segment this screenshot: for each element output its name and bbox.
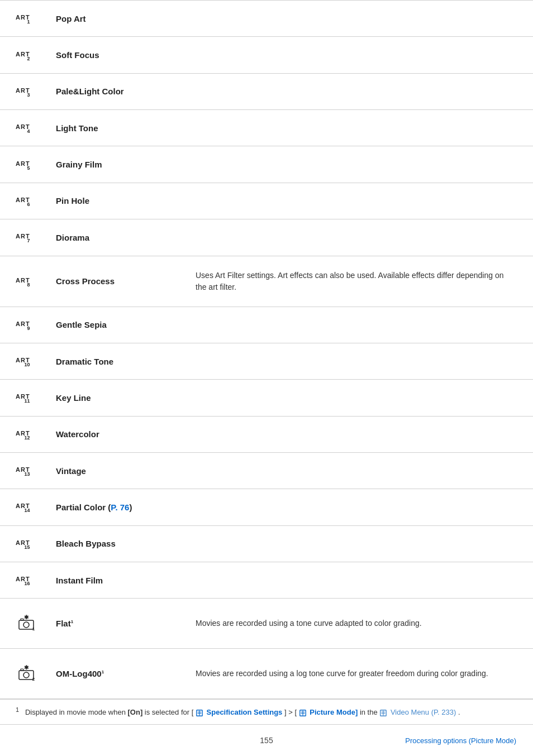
art-icon: ART 16	[16, 576, 30, 586]
art-icon: ART 2	[16, 51, 30, 61]
art-icon-cell: ART 4	[0, 110, 50, 146]
art-label: Diorama	[56, 233, 89, 242]
art-label: Partial Color (P. 76)	[56, 503, 132, 512]
art-label: Grainy Film	[56, 160, 102, 169]
art-desc-cell	[184, 73, 533, 109]
movie-sup: 1	[102, 669, 104, 674]
picture-mode-icon	[299, 709, 307, 717]
movie-sup: 1	[71, 619, 73, 624]
page-section-title: Processing options (Picture Mode)	[405, 736, 516, 745]
art-icon: ART 1	[16, 15, 30, 25]
art-num: 1	[27, 20, 30, 25]
art-icon: ART 11	[16, 394, 30, 404]
art-label: Bleach Bypass	[56, 539, 116, 548]
art-label-cell: Instant Film	[50, 562, 184, 599]
art-desc-cell	[184, 1, 533, 37]
table-row: ART 5 Grainy Film	[0, 146, 533, 183]
art-icon-cell: ART 7	[0, 219, 50, 256]
footnote-text-in: in the	[360, 708, 379, 716]
art-desc-cell	[184, 562, 533, 599]
art-icon-cell: ART 15	[0, 525, 50, 562]
partial-color-link[interactable]: P. 76	[111, 503, 129, 512]
art-desc-cell	[184, 110, 533, 146]
art-label-cell: Dramatic Tone	[50, 343, 184, 379]
footnote-number: 1	[16, 706, 19, 713]
spec-settings-icon	[196, 709, 203, 717]
footnote-picture-mode-link[interactable]: Picture Mode]	[310, 708, 358, 716]
art-num: 4	[27, 129, 30, 134]
art-label: Pale&Light Color	[56, 87, 124, 96]
art-icon-cell: ART 10	[0, 343, 50, 379]
footnote-video-menu-link[interactable]: Video Menu (P. 233)	[391, 708, 456, 716]
art-icon-cell: ART 2	[0, 37, 50, 73]
movie-table-row: ✱ 2 OM-Log4001Movies are recorded using …	[0, 649, 533, 699]
movie-desc-cell: Movies are recorded using a tone curve a…	[184, 599, 533, 649]
footer-right: Processing options (Picture Mode)	[350, 736, 516, 745]
art-desc-cell	[184, 380, 533, 416]
art-num: 2	[27, 56, 30, 61]
table-row: ART 6 Pin Hole	[0, 183, 533, 219]
art-icon-cell: ART 8	[0, 256, 50, 307]
art-desc-cell	[184, 37, 533, 73]
art-desc-cell	[184, 452, 533, 489]
art-icon-cell: ART 5	[0, 146, 50, 183]
svg-text:1: 1	[32, 626, 35, 631]
main-table: ART 1 Pop Art ART 2 Soft Focus ART 3 Pal…	[0, 0, 533, 699]
art-label-cell: Bleach Bypass	[50, 525, 184, 562]
svg-text:✱: ✱	[24, 664, 29, 671]
movie-table-row: ✱ 1 Flat1Movies are recorded using a ton…	[0, 599, 533, 649]
footnote-spec-settings-link[interactable]: Specification Settings	[207, 708, 283, 716]
art-icon-cell: ART 1	[0, 1, 50, 37]
art-label: Instant Film	[56, 576, 103, 585]
art-icon: ART 8	[16, 277, 30, 288]
art-num: 10	[25, 362, 30, 367]
art-label-cell: Soft Focus	[50, 37, 184, 73]
art-desc-cell	[184, 183, 533, 219]
table-row: ART 16 Instant Film	[0, 562, 533, 599]
svg-rect-8	[21, 669, 23, 671]
art-icon-cell: ART 9	[0, 307, 50, 343]
art-num: 15	[25, 545, 30, 550]
table-row: ART 2 Soft Focus	[0, 37, 533, 73]
art-icon-cell: ART 11	[0, 380, 50, 416]
art-icon: ART 10	[16, 357, 30, 367]
art-label: Light Tone	[56, 123, 98, 133]
table-row: ART 11 Key Line	[0, 380, 533, 416]
footnote-text-start: Displayed in movie mode when	[25, 708, 128, 716]
table-row: ART 3 Pale&Light Color	[0, 73, 533, 109]
art-label-cell: Partial Color (P. 76)	[50, 489, 184, 525]
movie-icon-cell: ✱ 2	[0, 649, 50, 699]
art-label-cell: Vintage	[50, 452, 184, 489]
svg-point-2	[23, 622, 29, 628]
art-label-cell: Cross Process	[50, 256, 184, 307]
art-num: 14	[25, 508, 30, 513]
art-desc-cell	[184, 525, 533, 562]
art-label-cell: Watercolor	[50, 416, 184, 452]
table-row: ART 4 Light Tone	[0, 110, 533, 146]
footnote-section: 1 Displayed in movie mode when [On] is s…	[0, 699, 533, 724]
art-num: 6	[27, 202, 30, 207]
table-row: ART 1 Pop Art	[0, 1, 533, 37]
art-icon-cell: ART 3	[0, 73, 50, 109]
table-row: ART 12 Watercolor	[0, 416, 533, 452]
flat-movie-icon: ✱ 1	[16, 612, 37, 633]
art-icon-cell: ART 14	[0, 489, 50, 525]
art-label-cell: Pop Art	[50, 1, 184, 37]
svg-text:✱: ✱	[24, 614, 29, 620]
movie-label: OM-Log4001	[56, 669, 104, 678]
art-num: 5	[27, 166, 30, 171]
art-desc-cell	[184, 219, 533, 256]
art-icon: ART 13	[16, 467, 30, 477]
art-label: Key Line	[56, 393, 91, 403]
art-num: 3	[27, 93, 30, 98]
art-label-cell: Key Line	[50, 380, 184, 416]
video-menu-icon	[379, 709, 387, 717]
svg-rect-3	[21, 619, 23, 620]
page-container: ART 1 Pop Art ART 2 Soft Focus ART 3 Pal…	[0, 0, 533, 756]
art-label: Pin Hole	[56, 196, 89, 205]
table-row: ART 8 Cross ProcessUses Art Filter setti…	[0, 256, 533, 307]
art-label-cell: Pin Hole	[50, 183, 184, 219]
page-footer: 155 Processing options (Picture Mode)	[0, 724, 533, 756]
movie-label-cell: OM-Log4001	[50, 649, 184, 699]
art-num: 9	[27, 326, 30, 331]
